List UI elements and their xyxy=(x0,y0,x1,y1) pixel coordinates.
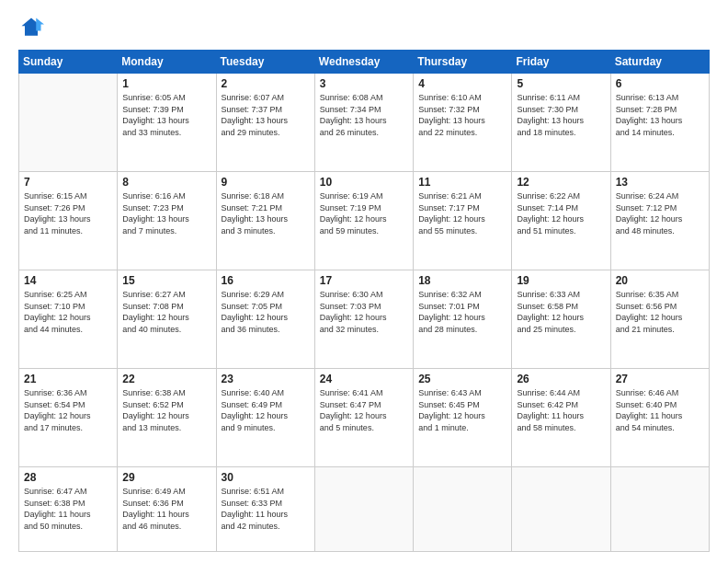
calendar-cell: 30Sunrise: 6:51 AM Sunset: 6:33 PM Dayli… xyxy=(216,467,314,552)
weekday-header-saturday: Saturday xyxy=(610,51,709,74)
week-row-4: 21Sunrise: 6:36 AM Sunset: 6:54 PM Dayli… xyxy=(19,369,710,467)
calendar-cell: 9Sunrise: 6:18 AM Sunset: 7:21 PM Daylig… xyxy=(216,172,314,270)
day-number: 18 xyxy=(418,274,506,287)
calendar-cell xyxy=(314,467,413,552)
day-info: Sunrise: 6:25 AM Sunset: 7:10 PM Dayligh… xyxy=(24,289,112,335)
day-info: Sunrise: 6:15 AM Sunset: 7:26 PM Dayligh… xyxy=(24,190,112,236)
day-info: Sunrise: 6:38 AM Sunset: 6:52 PM Dayligh… xyxy=(122,387,210,433)
day-number: 8 xyxy=(122,176,210,189)
calendar-cell: 25Sunrise: 6:43 AM Sunset: 6:45 PM Dayli… xyxy=(414,369,512,467)
day-info: Sunrise: 6:36 AM Sunset: 6:54 PM Dayligh… xyxy=(24,387,112,433)
calendar-cell: 8Sunrise: 6:16 AM Sunset: 7:23 PM Daylig… xyxy=(118,172,216,270)
week-row-5: 28Sunrise: 6:47 AM Sunset: 6:38 PM Dayli… xyxy=(19,467,710,552)
day-number: 2 xyxy=(222,77,310,90)
logo-icon xyxy=(18,15,44,40)
calendar-cell xyxy=(414,467,512,552)
weekday-header-tuesday: Tuesday xyxy=(216,51,314,74)
day-number: 9 xyxy=(222,176,310,189)
calendar-cell: 21Sunrise: 6:36 AM Sunset: 6:54 PM Dayli… xyxy=(19,369,118,467)
day-number: 3 xyxy=(320,77,408,90)
day-number: 29 xyxy=(122,471,210,484)
day-info: Sunrise: 6:18 AM Sunset: 7:21 PM Dayligh… xyxy=(222,190,310,236)
calendar-cell: 7Sunrise: 6:15 AM Sunset: 7:26 PM Daylig… xyxy=(19,172,118,270)
calendar-cell: 2Sunrise: 6:07 AM Sunset: 7:37 PM Daylig… xyxy=(216,74,314,172)
day-number: 25 xyxy=(418,373,506,385)
calendar-cell: 28Sunrise: 6:47 AM Sunset: 6:38 PM Dayli… xyxy=(19,467,118,552)
calendar-cell: 13Sunrise: 6:24 AM Sunset: 7:12 PM Dayli… xyxy=(610,172,709,270)
day-number: 16 xyxy=(222,274,310,287)
weekday-header-wednesday: Wednesday xyxy=(314,51,413,74)
day-info: Sunrise: 6:21 AM Sunset: 7:17 PM Dayligh… xyxy=(418,190,506,236)
calendar-cell: 22Sunrise: 6:38 AM Sunset: 6:52 PM Dayli… xyxy=(118,369,216,467)
calendar-cell: 24Sunrise: 6:41 AM Sunset: 6:47 PM Dayli… xyxy=(314,369,413,467)
day-info: Sunrise: 6:07 AM Sunset: 7:37 PM Dayligh… xyxy=(222,92,310,138)
calendar-cell: 10Sunrise: 6:19 AM Sunset: 7:19 PM Dayli… xyxy=(314,172,413,270)
day-info: Sunrise: 6:44 AM Sunset: 6:42 PM Dayligh… xyxy=(517,387,605,433)
day-number: 1 xyxy=(122,77,210,90)
calendar-cell: 1Sunrise: 6:05 AM Sunset: 7:39 PM Daylig… xyxy=(118,74,216,172)
day-number: 13 xyxy=(616,176,704,189)
day-number: 20 xyxy=(616,274,704,287)
calendar-cell: 12Sunrise: 6:22 AM Sunset: 7:14 PM Dayli… xyxy=(512,172,610,270)
calendar-cell: 5Sunrise: 6:11 AM Sunset: 7:30 PM Daylig… xyxy=(512,74,610,172)
day-number: 19 xyxy=(517,274,605,287)
day-info: Sunrise: 6:13 AM Sunset: 7:28 PM Dayligh… xyxy=(616,92,704,138)
day-number: 21 xyxy=(24,373,112,385)
weekday-header-row: SundayMondayTuesdayWednesdayThursdayFrid… xyxy=(19,51,710,74)
calendar-cell: 23Sunrise: 6:40 AM Sunset: 6:49 PM Dayli… xyxy=(216,369,314,467)
logo xyxy=(18,15,48,40)
day-number: 4 xyxy=(418,77,506,90)
calendar-table: SundayMondayTuesdayWednesdayThursdayFrid… xyxy=(18,50,710,552)
day-info: Sunrise: 6:22 AM Sunset: 7:14 PM Dayligh… xyxy=(517,190,605,236)
day-info: Sunrise: 6:29 AM Sunset: 7:05 PM Dayligh… xyxy=(222,289,310,335)
weekday-header-monday: Monday xyxy=(118,51,216,74)
calendar-cell: 3Sunrise: 6:08 AM Sunset: 7:34 PM Daylig… xyxy=(314,74,413,172)
day-info: Sunrise: 6:05 AM Sunset: 7:39 PM Dayligh… xyxy=(122,92,210,138)
svg-marker-1 xyxy=(36,18,44,31)
day-number: 23 xyxy=(222,373,310,385)
header xyxy=(18,15,710,40)
week-row-2: 7Sunrise: 6:15 AM Sunset: 7:26 PM Daylig… xyxy=(19,172,710,270)
day-info: Sunrise: 6:19 AM Sunset: 7:19 PM Dayligh… xyxy=(320,190,408,236)
day-number: 11 xyxy=(418,176,506,189)
day-info: Sunrise: 6:11 AM Sunset: 7:30 PM Dayligh… xyxy=(517,92,605,138)
day-info: Sunrise: 6:35 AM Sunset: 6:56 PM Dayligh… xyxy=(616,289,704,335)
calendar-cell xyxy=(512,467,610,552)
week-row-3: 14Sunrise: 6:25 AM Sunset: 7:10 PM Dayli… xyxy=(19,270,710,369)
calendar-cell xyxy=(19,74,118,172)
day-info: Sunrise: 6:49 AM Sunset: 6:36 PM Dayligh… xyxy=(122,486,210,532)
day-number: 28 xyxy=(24,471,112,484)
calendar-cell: 19Sunrise: 6:33 AM Sunset: 6:58 PM Dayli… xyxy=(512,270,610,369)
day-number: 5 xyxy=(517,77,605,90)
calendar-cell: 18Sunrise: 6:32 AM Sunset: 7:01 PM Dayli… xyxy=(414,270,512,369)
day-info: Sunrise: 6:30 AM Sunset: 7:03 PM Dayligh… xyxy=(320,289,408,335)
day-info: Sunrise: 6:47 AM Sunset: 6:38 PM Dayligh… xyxy=(24,486,112,532)
calendar-cell: 27Sunrise: 6:46 AM Sunset: 6:40 PM Dayli… xyxy=(610,369,709,467)
calendar-cell: 11Sunrise: 6:21 AM Sunset: 7:17 PM Dayli… xyxy=(414,172,512,270)
day-info: Sunrise: 6:51 AM Sunset: 6:33 PM Dayligh… xyxy=(222,486,310,532)
day-number: 26 xyxy=(517,373,605,385)
calendar-cell: 15Sunrise: 6:27 AM Sunset: 7:08 PM Dayli… xyxy=(118,270,216,369)
day-number: 14 xyxy=(24,274,112,287)
calendar-cell: 14Sunrise: 6:25 AM Sunset: 7:10 PM Dayli… xyxy=(19,270,118,369)
day-number: 24 xyxy=(320,373,408,385)
calendar-cell: 26Sunrise: 6:44 AM Sunset: 6:42 PM Dayli… xyxy=(512,369,610,467)
calendar-cell: 29Sunrise: 6:49 AM Sunset: 6:36 PM Dayli… xyxy=(118,467,216,552)
day-info: Sunrise: 6:10 AM Sunset: 7:32 PM Dayligh… xyxy=(418,92,506,138)
day-number: 30 xyxy=(222,471,310,484)
day-info: Sunrise: 6:40 AM Sunset: 6:49 PM Dayligh… xyxy=(222,387,310,433)
day-number: 7 xyxy=(24,176,112,189)
day-info: Sunrise: 6:16 AM Sunset: 7:23 PM Dayligh… xyxy=(122,190,210,236)
day-number: 17 xyxy=(320,274,408,287)
day-number: 12 xyxy=(517,176,605,189)
day-number: 10 xyxy=(320,176,408,189)
day-info: Sunrise: 6:08 AM Sunset: 7:34 PM Dayligh… xyxy=(320,92,408,138)
day-number: 15 xyxy=(122,274,210,287)
calendar-cell: 20Sunrise: 6:35 AM Sunset: 6:56 PM Dayli… xyxy=(610,270,709,369)
weekday-header-thursday: Thursday xyxy=(414,51,512,74)
weekday-header-friday: Friday xyxy=(512,51,610,74)
day-info: Sunrise: 6:43 AM Sunset: 6:45 PM Dayligh… xyxy=(418,387,506,433)
week-row-1: 1Sunrise: 6:05 AM Sunset: 7:39 PM Daylig… xyxy=(19,74,710,172)
page: SundayMondayTuesdayWednesdayThursdayFrid… xyxy=(0,0,728,563)
calendar-cell: 17Sunrise: 6:30 AM Sunset: 7:03 PM Dayli… xyxy=(314,270,413,369)
